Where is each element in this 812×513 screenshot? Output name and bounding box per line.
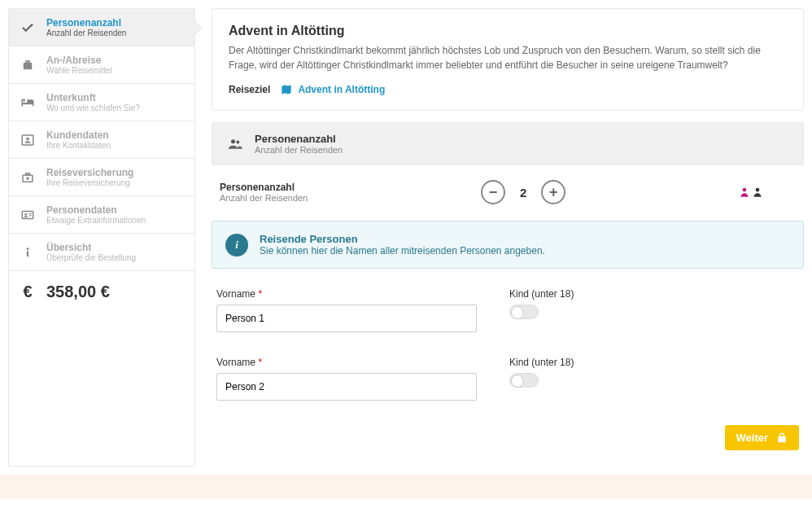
person-icon bbox=[752, 186, 763, 199]
section-sub: Anzahl der Reisenden bbox=[255, 145, 343, 155]
vorname-label: Vorname * bbox=[216, 357, 477, 368]
id-card-icon bbox=[19, 206, 37, 224]
step-personendaten[interactable]: Personendaten Etwaige Extrainformationen bbox=[9, 196, 194, 234]
destination-link[interactable]: Advent in Altötting bbox=[280, 84, 385, 95]
info-sub: Sie können hier die Namen aller mitreise… bbox=[260, 245, 545, 256]
section-header: Personenanzahl Anzahl der Reisenden bbox=[212, 122, 804, 165]
section-title: Personenanzahl bbox=[255, 133, 343, 145]
svg-rect-5 bbox=[26, 173, 30, 174]
step-title: An-/Abreise bbox=[46, 55, 185, 66]
contact-icon bbox=[19, 131, 37, 149]
step-sub: Ihre Reiseversicherung bbox=[46, 178, 185, 187]
step-sub: Wähle Reisemittel bbox=[46, 66, 185, 75]
step-unterkunft[interactable]: Unterkunft Wo und wie schlafen Sie? bbox=[9, 84, 194, 121]
step-sub: Wo und wie schlafen Sie? bbox=[46, 103, 185, 112]
bag-icon bbox=[776, 432, 788, 444]
svg-rect-6 bbox=[22, 211, 33, 218]
header-card: Advent in Altötting Der Altöttinger Chri… bbox=[212, 8, 804, 111]
step-kundendaten[interactable]: Kundendaten Ihre Kontaktdaten bbox=[9, 121, 194, 159]
step-uebersicht[interactable]: Übersicht Überprüfe die Bestellung bbox=[9, 234, 194, 271]
map-icon bbox=[280, 84, 293, 95]
destination-label: Reiseziel bbox=[229, 84, 270, 95]
kind-label: Kind (unter 18) bbox=[509, 357, 574, 368]
page-description: Der Altöttinger Christkindlmarkt bekommt… bbox=[229, 43, 787, 72]
price-row: € 358,00 € bbox=[9, 271, 194, 313]
price-amount: 358,00 € bbox=[46, 283, 110, 301]
weiter-label: Weiter bbox=[736, 432, 769, 444]
person-icon bbox=[739, 186, 750, 199]
step-an-abreise[interactable]: An-/Abreise Wähle Reisemittel bbox=[9, 46, 194, 84]
step-reiseversicherung[interactable]: Reiseversicherung Ihre Reiseversicherung bbox=[9, 159, 194, 196]
step-title: Personenanzahl bbox=[46, 17, 185, 28]
bed-icon bbox=[19, 94, 37, 112]
main-content: Advent in Altötting Der Altöttinger Chri… bbox=[212, 8, 804, 467]
counter-sub: Anzahl der Reisenden bbox=[220, 193, 308, 203]
counter-value: 2 bbox=[520, 186, 526, 200]
vorname-label: Vorname * bbox=[216, 288, 477, 300]
svg-point-3 bbox=[26, 137, 29, 140]
step-title: Übersicht bbox=[46, 242, 185, 253]
sidebar: Personenanzahl Anzahl der Reisenden An-/… bbox=[8, 8, 195, 467]
vorname-input-2[interactable] bbox=[216, 373, 477, 401]
svg-point-11 bbox=[236, 140, 239, 143]
step-sub: Anzahl der Reisenden bbox=[46, 28, 185, 37]
step-sub: Überprüfe die Bestellung bbox=[46, 253, 185, 262]
counter-title: Personenanzahl bbox=[220, 182, 308, 193]
destination-link-text: Advent in Altötting bbox=[298, 84, 385, 95]
page-title: Advent in Altötting bbox=[229, 24, 787, 38]
suitcase-icon bbox=[19, 56, 37, 74]
svg-point-7 bbox=[24, 213, 27, 215]
people-icon bbox=[225, 136, 245, 152]
kind-toggle-2[interactable] bbox=[509, 373, 539, 388]
counter-row: Personenanzahl Anzahl der Reisenden − 2 … bbox=[212, 180, 804, 221]
svg-point-12 bbox=[743, 188, 747, 192]
decrement-button[interactable]: − bbox=[481, 180, 505, 204]
svg-point-10 bbox=[231, 139, 235, 143]
step-title: Kundendaten bbox=[46, 129, 185, 141]
kind-toggle-1[interactable] bbox=[509, 305, 539, 319]
step-personenanzahl[interactable]: Personenanzahl Anzahl der Reisenden bbox=[9, 9, 194, 46]
svg-point-13 bbox=[756, 188, 760, 192]
person-row-1: Vorname * Kind (unter 18) bbox=[212, 288, 804, 332]
step-title: Reiseversicherung bbox=[46, 167, 185, 178]
info-box: i Reisende Personen Sie können hier die … bbox=[212, 221, 804, 269]
step-title: Unterkunft bbox=[46, 92, 185, 103]
svg-rect-1 bbox=[26, 60, 30, 62]
footer-bar bbox=[0, 475, 812, 499]
step-title: Personendaten bbox=[46, 204, 185, 216]
increment-button[interactable]: + bbox=[541, 180, 565, 204]
medkit-icon bbox=[19, 169, 37, 186]
step-sub: Ihre Kontaktdaten bbox=[46, 141, 185, 150]
svg-rect-0 bbox=[24, 63, 33, 69]
info-title: Reisende Personen bbox=[260, 233, 545, 245]
euro-icon: € bbox=[19, 283, 37, 301]
person-row-2: Vorname * Kind (unter 18) bbox=[212, 357, 804, 401]
weiter-button[interactable]: Weiter bbox=[725, 425, 800, 450]
info-circle-icon: i bbox=[225, 234, 248, 256]
vorname-input-1[interactable] bbox=[216, 305, 477, 332]
info-icon bbox=[19, 243, 37, 261]
kind-label: Kind (unter 18) bbox=[509, 288, 574, 300]
svg-rect-9 bbox=[27, 251, 28, 256]
step-sub: Etwaige Extrainformationen bbox=[46, 216, 185, 225]
svg-point-8 bbox=[27, 248, 29, 250]
check-icon bbox=[19, 19, 37, 37]
